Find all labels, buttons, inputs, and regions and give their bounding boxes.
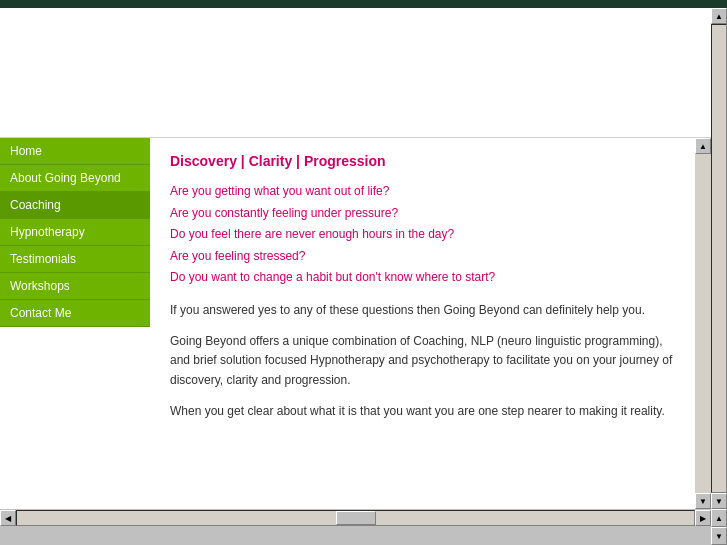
corner-down-button[interactable]: ▼ (711, 527, 727, 545)
nav-item-home[interactable]: Home (0, 138, 150, 165)
question-3: Do you feel there are never enough hours… (170, 224, 675, 246)
main-area: Home About Going Beyond Coaching Hypnoth… (0, 8, 711, 509)
scroll-left-button[interactable]: ◀ (0, 510, 16, 526)
scroll-up-button[interactable]: ▲ (695, 138, 711, 154)
nav-item-workshops[interactable]: Workshops (0, 273, 150, 300)
paragraph-3: When you get clear about what it is that… (170, 402, 675, 421)
corner-up-button[interactable]: ▲ (711, 509, 727, 527)
outer-scroll-up[interactable]: ▲ (711, 8, 727, 24)
question-2: Are you constantly feeling under pressur… (170, 203, 675, 225)
nav-item-about[interactable]: About Going Beyond (0, 165, 150, 192)
content-scrollbar: ▲ ▼ (695, 138, 711, 509)
h-scroll-track[interactable] (16, 510, 695, 526)
outer-scrollbar: ▲ ▼ (711, 8, 727, 509)
questions-block: Are you getting what you want out of lif… (170, 181, 675, 289)
page-layout: Home About Going Beyond Coaching Hypnoth… (0, 138, 711, 509)
nav-item-contact[interactable]: Contact Me (0, 300, 150, 327)
outer-scroll-down[interactable]: ▼ (711, 493, 727, 509)
h-scroll-thumb[interactable] (336, 511, 376, 525)
scroll-down-button[interactable]: ▼ (695, 493, 711, 509)
question-5: Do you want to change a habit but don't … (170, 267, 675, 289)
top-bar (0, 0, 727, 8)
scroll-right-button[interactable]: ▶ (695, 510, 711, 526)
scroll-track[interactable] (695, 154, 711, 493)
sidebar: Home About Going Beyond Coaching Hypnoth… (0, 138, 150, 509)
question-1: Are you getting what you want out of lif… (170, 181, 675, 203)
question-4: Are you feeling stressed? (170, 246, 675, 268)
paragraph-2: Going Beyond offers a unique combination… (170, 332, 675, 390)
corner-buttons: ▲ ▼ (711, 509, 727, 545)
banner (0, 8, 711, 138)
page-title: Discovery | Clarity | Progression (170, 153, 675, 169)
nav-item-coaching[interactable]: Coaching (0, 192, 150, 219)
outer-scroll-track[interactable] (711, 24, 727, 493)
nav-item-testimonials[interactable]: Testimonials (0, 246, 150, 273)
paragraph-1: If you answered yes to any of these ques… (170, 301, 675, 320)
bottom-scrollbar: ◀ ▶ (0, 509, 711, 527)
nav-item-hypnotherapy[interactable]: Hypnotherapy (0, 219, 150, 246)
browser-frame: Home About Going Beyond Coaching Hypnoth… (0, 0, 727, 545)
content-area: Discovery | Clarity | Progression Are yo… (150, 138, 695, 509)
